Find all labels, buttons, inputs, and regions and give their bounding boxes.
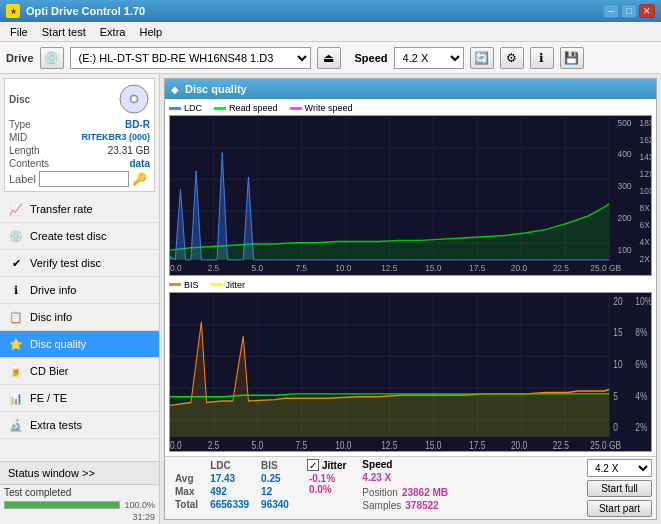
jitter-color: [211, 283, 223, 286]
disc-type-row: Type BD-R: [9, 119, 150, 130]
nav-extra-tests[interactable]: 🔬 Extra tests: [0, 412, 159, 439]
speed-dropdown[interactable]: 4.2 X: [587, 459, 652, 477]
start-part-button[interactable]: Start part: [587, 500, 652, 517]
disc-quality-icon: ⭐: [8, 336, 24, 352]
jitter-max-row: 0.0%: [309, 484, 346, 495]
bis-max: 12: [255, 485, 295, 498]
bottom-chart-section: BIS Jitter: [169, 280, 652, 453]
status-window-label: Status window >>: [8, 467, 95, 479]
bis-header: BIS: [255, 459, 295, 472]
status-text: Test completed: [4, 487, 155, 498]
speed-select[interactable]: 4.2 X: [394, 47, 464, 69]
top-chart-section: LDC Read speed Write speed: [169, 103, 652, 276]
jitter-avg-row: -0.1%: [309, 473, 346, 484]
progress-bar-bg: [4, 501, 120, 509]
nav-cd-bier[interactable]: 🍺 CD Bier: [0, 358, 159, 385]
bottom-chart: 20 15 10 5 0 10% 8% 6% 4% 2%: [169, 292, 652, 453]
stats-area: LDC BIS Avg 17.43 0.25 Max 492 12 Tota: [165, 456, 656, 519]
disc-info-icon: 📋: [8, 309, 24, 325]
samples-value: 378522: [405, 500, 438, 511]
svg-text:22.5: 22.5: [553, 262, 569, 273]
sidebar: Disc Type BD-R MID RITEKBR3 (000) Length…: [0, 74, 160, 524]
disc-panel-header: Disc: [9, 83, 150, 115]
content-area: ◆ Disc quality LDC Read speed: [160, 74, 661, 524]
samples-label: Samples: [362, 500, 401, 511]
disc-label-row: Label 🔑: [9, 171, 150, 187]
svg-text:17.5: 17.5: [469, 262, 485, 273]
svg-text:0.0: 0.0: [170, 438, 182, 451]
legend-write-speed: Write speed: [290, 103, 353, 113]
label-edit-icon[interactable]: 🔑: [132, 172, 147, 186]
bis-total: 96340: [255, 498, 295, 511]
drive-toolbar: Drive 💿 (E:) HL-DT-ST BD-RE WH16NS48 1.D…: [0, 42, 661, 74]
svg-text:2%: 2%: [635, 421, 647, 434]
nav-verify-test-disc[interactable]: ✔ Verify test disc: [0, 250, 159, 277]
menu-start-test[interactable]: Start test: [36, 24, 92, 40]
maximize-button[interactable]: □: [621, 4, 637, 18]
read-speed-color: [214, 107, 226, 110]
disc-label-input[interactable]: [39, 171, 129, 187]
svg-text:8%: 8%: [635, 325, 647, 338]
ldc-max: 492: [204, 485, 255, 498]
svg-text:300: 300: [618, 181, 632, 192]
nav-fe-te[interactable]: 📊 FE / TE: [0, 385, 159, 412]
extra-tests-icon: 🔬: [8, 417, 24, 433]
svg-text:7.5: 7.5: [295, 438, 307, 451]
svg-text:5.0: 5.0: [252, 262, 264, 273]
jitter-check-row: ✓ Jitter: [307, 459, 346, 471]
speed-value-row: 4.23 X: [362, 472, 448, 483]
progress-percent: 100.0%: [124, 500, 155, 510]
start-full-button[interactable]: Start full: [587, 480, 652, 497]
svg-text:18X: 18X: [639, 117, 651, 128]
drive-label: Drive: [6, 52, 34, 64]
status-window-button[interactable]: Status window >>: [0, 461, 159, 484]
top-chart-legend: LDC Read speed Write speed: [169, 103, 652, 113]
menu-bar: File Start test Extra Help: [0, 22, 661, 42]
minimize-button[interactable]: ─: [603, 4, 619, 18]
time-display: 31:29: [4, 512, 155, 522]
nav-transfer-rate[interactable]: 📈 Transfer rate: [0, 196, 159, 223]
svg-text:10.0: 10.0: [335, 262, 351, 273]
ldc-avg: 17.43: [204, 472, 255, 485]
refresh-button[interactable]: 🔄: [470, 47, 494, 69]
menu-extra[interactable]: Extra: [94, 24, 132, 40]
main-layout: Disc Type BD-R MID RITEKBR3 (000) Length…: [0, 74, 661, 524]
nav-create-test-disc[interactable]: 💿 Create test disc: [0, 223, 159, 250]
drive-icon-btn[interactable]: 💿: [40, 47, 64, 69]
jitter-checkbox[interactable]: ✓: [307, 459, 319, 471]
menu-help[interactable]: Help: [133, 24, 168, 40]
speed-header: Speed: [362, 459, 448, 470]
info-button[interactable]: ℹ: [530, 47, 554, 69]
nav-drive-info[interactable]: ℹ Drive info: [0, 277, 159, 304]
eject-button[interactable]: ⏏: [317, 47, 341, 69]
window-controls: ─ □ ✕: [603, 4, 655, 18]
svg-text:12.5: 12.5: [381, 438, 398, 451]
svg-text:10X: 10X: [639, 185, 651, 196]
save-button[interactable]: 💾: [560, 47, 584, 69]
disc-contents-row: Contents data: [9, 158, 150, 169]
charts-container: LDC Read speed Write speed: [165, 99, 656, 456]
svg-text:8X: 8X: [639, 203, 649, 214]
settings-button[interactable]: ⚙: [500, 47, 524, 69]
menu-file[interactable]: File: [4, 24, 34, 40]
drive-select[interactable]: (E:) HL-DT-ST BD-RE WH16NS48 1.D3: [70, 47, 311, 69]
svg-text:25.0 GB: 25.0 GB: [590, 262, 621, 273]
bis-avg: 0.25: [255, 472, 295, 485]
svg-text:0.0: 0.0: [170, 262, 182, 273]
svg-text:17.5: 17.5: [469, 438, 486, 451]
legend-read-speed: Read speed: [214, 103, 278, 113]
top-chart: 500 400 300 200 100 18X 16X 14X 12X 10X …: [169, 115, 652, 276]
svg-text:7.5: 7.5: [295, 262, 307, 273]
bottom-chart-svg: 20 15 10 5 0 10% 8% 6% 4% 2%: [170, 293, 651, 452]
avg-label: Avg: [169, 472, 204, 485]
top-chart-svg: 500 400 300 200 100 18X 16X 14X 12X 10X …: [170, 116, 651, 275]
close-button[interactable]: ✕: [639, 4, 655, 18]
svg-text:12X: 12X: [639, 168, 651, 179]
svg-text:4%: 4%: [635, 389, 647, 402]
speed-stats: Speed 4.23 X Position 23862 MB Samples 3…: [362, 459, 448, 511]
samples-row: Samples 378522: [362, 500, 448, 511]
svg-text:20.0: 20.0: [511, 262, 527, 273]
svg-text:15.0: 15.0: [425, 438, 442, 451]
nav-disc-quality[interactable]: ⭐ Disc quality: [0, 331, 159, 358]
nav-disc-info[interactable]: 📋 Disc info: [0, 304, 159, 331]
